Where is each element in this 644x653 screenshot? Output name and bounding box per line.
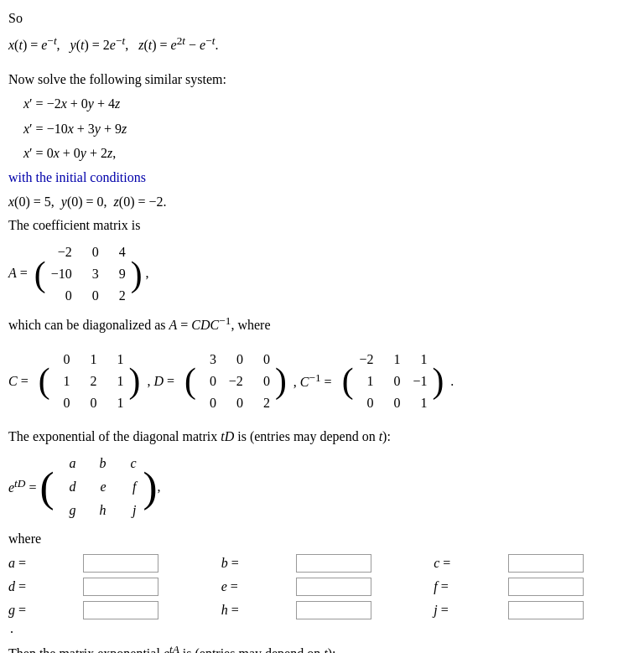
CDCinv-row: C = ( 011 121 001 ) , D = ( 300 0−20 002… [8, 348, 636, 415]
a13: 4 [111, 242, 126, 262]
a11: −2 [51, 242, 72, 262]
CDCinv-period: . [450, 371, 457, 392]
problem-intro: Now solve the following similar system: [8, 70, 636, 90]
coeff-label: The coefficient matrix is [8, 215, 636, 236]
where-label: where [8, 529, 636, 549]
var-a-label: a = [8, 556, 78, 571]
input-a[interactable] [83, 554, 158, 573]
input-f[interactable] [508, 578, 584, 596]
var-e-label: e = [215, 579, 291, 594]
Cinv-label: , C−1 = [293, 369, 335, 393]
eq1: x′ = −2x + 0y + 4z [8, 93, 636, 115]
var-c-label: c = [427, 556, 502, 571]
D-label: , D = [147, 371, 178, 392]
a31: 0 [51, 286, 72, 306]
etD-block: etD = ( a b c d e f g h j ) , [8, 450, 636, 524]
eq3: x′ = 0x + 0y + 2z, [8, 143, 636, 164]
input-g[interactable] [83, 601, 158, 619]
etA-intro: Then the matrix exponential etA is (entr… [8, 641, 636, 653]
var-d-label: d = [8, 579, 78, 594]
exp-diag-label: The exponential of the diagonal matrix t… [8, 427, 636, 447]
paren-right: ) [131, 257, 143, 293]
a32: 0 [84, 286, 99, 306]
diag-text: which can be diagonalized as A = CDC−1, … [8, 313, 636, 335]
etD-label: etD = [8, 474, 39, 499]
input-j[interactable] [508, 601, 584, 619]
period-after-j: . [10, 621, 636, 636]
matrix-D: ( 300 0−20 002 ) [184, 348, 287, 415]
ic-line: x(0) = 5, y(0) = 0, z(0) = −2. [8, 191, 636, 213]
a21: −10 [51, 264, 72, 284]
var-j-label: j = [427, 603, 502, 618]
var-b-label: b = [215, 556, 291, 571]
var-h-label: h = [215, 603, 291, 618]
input-h[interactable] [296, 601, 371, 619]
input-grid: a = b = c = d = e = f = g = h = j = [8, 554, 636, 619]
C-label: C = [8, 371, 32, 392]
matrix-A-grid: −2 0 4 −10 3 9 0 0 2 [48, 241, 129, 308]
eq2: x′ = −10x + 3y + 9z [8, 118, 636, 140]
solution-line: x(t) = e−t, y(t) = 2e−t, z(t) = e2t − e−… [8, 32, 636, 56]
so-label: So [8, 8, 636, 29]
paren-left: ( [34, 257, 46, 293]
matrix-etD: ( a b c d e f g h j ) [39, 450, 157, 524]
var-f-label: f = [427, 579, 502, 594]
ic-label: with the initial conditions [8, 168, 636, 188]
etD-comma: , [158, 476, 161, 498]
var-g-label: g = [8, 603, 78, 618]
a23: 9 [111, 264, 126, 284]
input-b[interactable] [296, 554, 371, 573]
matrix-C: ( 011 121 001 ) [39, 348, 141, 415]
input-e[interactable] [296, 578, 371, 596]
matrix-Cinv: ( −211 10−1 001 ) [342, 348, 444, 415]
a12: 0 [84, 242, 99, 262]
input-d[interactable] [83, 578, 158, 596]
matrix-A-block: A = ( −2 0 4 −10 3 9 0 0 2 ) , [8, 241, 636, 308]
input-c[interactable] [508, 554, 584, 573]
a22: 3 [84, 264, 99, 284]
a33: 2 [111, 286, 126, 306]
